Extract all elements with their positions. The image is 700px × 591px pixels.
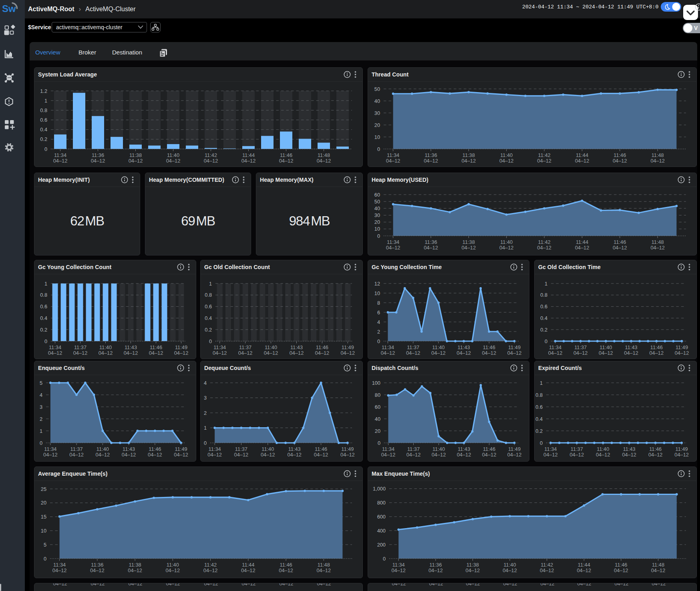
svg-text:11:44: 11:44 — [576, 152, 588, 158]
svg-text:11:37: 11:37 — [239, 344, 251, 350]
svg-text:11:49: 11:49 — [508, 446, 521, 452]
svg-text:3: 3 — [204, 395, 207, 401]
svg-text:11:40: 11:40 — [503, 562, 516, 568]
svg-text:11:34: 11:34 — [387, 152, 399, 158]
svg-text:0: 0 — [44, 338, 47, 344]
svg-text:11:42: 11:42 — [205, 152, 217, 158]
svg-text:04–12: 04–12 — [241, 158, 256, 164]
svg-text:04–12: 04–12 — [287, 452, 302, 458]
svg-text:04–12: 04–12 — [53, 158, 68, 164]
svg-text:11:40: 11:40 — [99, 344, 112, 350]
svg-text:11:34: 11:34 — [53, 562, 66, 568]
svg-text:11:44: 11:44 — [576, 239, 588, 245]
svg-text:11:34: 11:34 — [44, 446, 56, 452]
svg-text:20: 20 — [374, 219, 380, 225]
svg-text:04–12: 04–12 — [174, 452, 188, 458]
svg-text:0: 0 — [44, 146, 47, 152]
svg-text:04–12: 04–12 — [90, 567, 105, 573]
svg-text:11:46: 11:46 — [315, 446, 327, 452]
svg-text:11:37: 11:37 — [571, 446, 583, 452]
svg-text:11:43: 11:43 — [123, 446, 135, 452]
svg-text:04–12: 04–12 — [261, 452, 275, 458]
svg-text:04–12: 04–12 — [43, 452, 58, 458]
svg-text:4: 4 — [40, 392, 42, 398]
svg-text:11:38: 11:38 — [129, 152, 142, 158]
svg-text:04–12: 04–12 — [432, 452, 446, 458]
svg-text:1: 1 — [540, 380, 543, 386]
svg-text:11:40: 11:40 — [167, 152, 179, 158]
svg-text:11:49: 11:49 — [342, 344, 354, 350]
svg-text:04–12: 04–12 — [424, 158, 438, 164]
svg-text:11:40: 11:40 — [432, 344, 445, 350]
svg-text:04–12: 04–12 — [424, 245, 438, 251]
svg-text:11:38: 11:38 — [463, 152, 475, 158]
svg-text:0.2: 0.2 — [40, 327, 47, 333]
svg-text:04–12: 04–12 — [124, 350, 138, 356]
svg-text:04–12: 04–12 — [431, 350, 446, 356]
svg-text:200: 200 — [377, 542, 386, 548]
svg-text:50: 50 — [374, 199, 380, 205]
svg-text:04–12: 04–12 — [69, 452, 84, 458]
svg-text:04–12: 04–12 — [613, 158, 627, 164]
svg-text:11:46: 11:46 — [280, 152, 292, 158]
svg-text:04–12: 04–12 — [614, 567, 628, 573]
svg-text:11:43: 11:43 — [458, 446, 470, 452]
svg-text:04–12: 04–12 — [577, 567, 591, 573]
svg-text:0: 0 — [378, 440, 380, 446]
svg-text:11:40: 11:40 — [261, 446, 274, 452]
svg-text:11:42: 11:42 — [538, 239, 551, 245]
svg-text:04–12: 04–12 — [149, 350, 163, 356]
svg-text:04–12: 04–12 — [128, 567, 142, 573]
svg-text:04–12: 04–12 — [207, 452, 222, 458]
svg-text:11:34: 11:34 — [382, 446, 394, 452]
svg-text:04–12: 04–12 — [315, 350, 330, 356]
svg-text:0: 0 — [377, 146, 380, 152]
svg-text:04–12: 04–12 — [73, 350, 88, 356]
svg-text:04–12: 04–12 — [650, 350, 664, 356]
svg-text:11:36: 11:36 — [91, 562, 103, 568]
svg-text:04–12: 04–12 — [386, 158, 400, 164]
svg-text:0.2: 0.2 — [540, 327, 547, 333]
svg-text:11:46: 11:46 — [483, 344, 495, 350]
svg-text:04–12: 04–12 — [622, 452, 636, 458]
svg-text:5: 5 — [40, 380, 42, 386]
svg-text:04–12: 04–12 — [674, 452, 689, 458]
svg-text:0.8: 0.8 — [205, 292, 212, 298]
svg-text:0: 0 — [40, 440, 42, 446]
svg-text:11:46: 11:46 — [614, 239, 626, 245]
svg-text:11:46: 11:46 — [150, 344, 162, 350]
svg-text:04–12: 04–12 — [507, 350, 522, 356]
svg-text:04–12: 04–12 — [462, 158, 476, 164]
svg-text:0.8: 0.8 — [40, 107, 47, 113]
svg-text:04–12: 04–12 — [238, 350, 253, 356]
svg-text:04–12: 04–12 — [317, 567, 331, 573]
svg-text:04–12: 04–12 — [406, 350, 420, 356]
svg-text:1.2: 1.2 — [40, 88, 47, 94]
svg-text:11:40: 11:40 — [599, 344, 612, 350]
svg-text:20: 20 — [375, 428, 380, 434]
svg-text:11:46: 11:46 — [316, 344, 328, 350]
svg-text:11:36: 11:36 — [92, 152, 104, 158]
svg-text:11:34: 11:34 — [209, 446, 221, 452]
svg-text:0.6: 0.6 — [540, 304, 547, 310]
svg-text:11:43: 11:43 — [458, 344, 470, 350]
svg-text:11:48: 11:48 — [652, 562, 664, 568]
svg-text:04–12: 04–12 — [537, 158, 551, 164]
svg-text:04–12: 04–12 — [386, 245, 400, 251]
svg-text:0.8: 0.8 — [535, 392, 543, 398]
svg-text:04–12: 04–12 — [317, 158, 331, 164]
svg-text:04–12: 04–12 — [241, 567, 255, 573]
svg-text:11:46: 11:46 — [483, 446, 495, 452]
svg-text:04–12: 04–12 — [48, 350, 62, 356]
svg-text:04–12: 04–12 — [503, 567, 517, 573]
svg-text:04–12: 04–12 — [613, 245, 627, 251]
svg-text:04–12: 04–12 — [174, 350, 189, 356]
svg-text:0.4: 0.4 — [40, 315, 47, 321]
svg-text:04–12: 04–12 — [624, 350, 638, 356]
svg-text:11:48: 11:48 — [652, 239, 664, 245]
svg-text:11:49: 11:49 — [175, 344, 187, 350]
svg-text:11:43: 11:43 — [623, 446, 636, 452]
svg-text:0.6: 0.6 — [40, 117, 47, 123]
svg-text:50: 50 — [374, 86, 380, 92]
svg-text:Sw: Sw — [2, 3, 16, 14]
